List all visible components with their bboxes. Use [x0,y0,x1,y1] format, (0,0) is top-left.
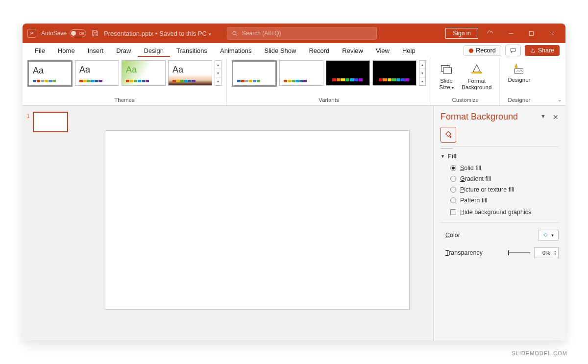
variants-group: ▴▾▾ Variants [227,58,431,105]
paint-bucket-icon [542,232,549,239]
designer-button[interactable]: Designer [505,60,533,84]
variant-3[interactable] [326,60,370,86]
autosave-label: AutoSave [41,30,67,37]
share-icon [530,48,536,53]
variant-1[interactable] [232,60,277,87]
app-icon: P [27,29,36,38]
color-picker-button[interactable]: ▼ [538,230,559,241]
comment-icon [510,47,516,54]
themes-more[interactable]: ▴▾▾ [215,60,221,86]
ribbon: Aa Aa Aa Aa ▴▾▾ Themes ▴▾▾ Variants [23,58,565,106]
transparency-slider[interactable] [508,252,530,253]
search-placeholder: Search (Alt+Q) [242,30,281,37]
comments-button[interactable] [505,45,521,56]
radio-picture-fill[interactable]: Picture or texture fill [450,186,559,193]
tab-view[interactable]: View [369,44,396,57]
format-background-icon [469,62,484,76]
theme-2[interactable]: Aa [75,60,119,86]
designer-icon [512,62,526,75]
workspace: 1 Format Background ▼ ✕ ▼Fill [23,106,565,340]
app-window: P AutoSave Off Presentation.pptx • Saved… [23,24,565,340]
format-background-pane: Format Background ▼ ✕ ▼Fill Solid fill G… [433,106,565,340]
pane-tab-underline [441,146,559,147]
search-input[interactable]: Search (Alt+Q) [227,27,377,40]
format-background-button[interactable]: FormatBackground [459,60,494,92]
svg-point-0 [233,31,236,34]
collapse-ribbon-icon[interactable]: ⌄ [558,97,562,102]
autosave-toggle[interactable]: AutoSave Off [41,29,86,37]
transparency-row: Transparency 0% ▲▼ [441,247,559,258]
record-button[interactable]: Record [464,45,501,56]
slide-size-button[interactable]: SlideSize ▾ [436,60,457,92]
slide-thumbnail[interactable] [33,112,68,132]
variant-2[interactable] [279,60,323,86]
svg-rect-4 [471,72,482,73]
tab-file[interactable]: File [28,44,51,57]
slide[interactable] [105,130,410,310]
tab-home[interactable]: Home [51,44,81,57]
chevron-down-icon: ▼ [551,233,555,238]
radio-gradient-fill[interactable]: Gradient fill [450,175,559,182]
themes-group-label: Themes [27,96,221,105]
tab-insert[interactable]: Insert [81,44,110,57]
theme-4[interactable]: Aa [168,60,212,86]
radio-icon [450,176,456,182]
pane-options-icon[interactable]: ▼ [540,113,546,121]
theme-office[interactable]: Aa [27,60,73,87]
divider [441,222,559,223]
slide-canvas-area [81,106,433,340]
save-icon[interactable] [91,29,99,37]
variants-group-label: Variants [232,96,426,105]
tab-transitions[interactable]: Transitions [170,44,214,57]
checkbox-hide-bg[interactable]: Hide background graphics [441,209,559,216]
account-icon[interactable] [481,26,499,40]
minimize-icon[interactable] [502,26,519,40]
sign-in-button[interactable]: Sign in [445,28,478,39]
record-dot-icon [469,49,473,53]
checkbox-icon [450,209,456,215]
transparency-input[interactable]: 0% ▲▼ [534,247,559,258]
tab-design[interactable]: Design [138,44,170,57]
file-name[interactable]: Presentation.pptx • Saved to this PC▾ [104,30,211,37]
ribbon-tabs: File Home Insert Draw Design Transitions… [23,43,565,58]
chevron-down-icon: ▼ [441,154,445,159]
slide-size-icon [439,62,454,76]
chevron-down-icon: ▾ [209,32,211,37]
title-bar: P AutoSave Off Presentation.pptx • Saved… [23,24,565,43]
radio-pattern-fill[interactable]: Pattern fill [450,197,559,204]
customize-group: SlideSize ▾ FormatBackground Customize [431,58,500,105]
color-row: Color ▼ [441,230,559,241]
share-button[interactable]: Share [525,45,560,56]
spinner-icon[interactable]: ▲▼ [554,250,557,256]
tab-record[interactable]: Record [302,44,336,57]
themes-group: Aa Aa Aa Aa ▴▾▾ Themes [23,58,227,105]
fill-tab-icon[interactable] [441,127,456,143]
pane-close-icon[interactable]: ✕ [553,113,559,121]
svg-rect-3 [443,68,452,73]
slide-thumbnails-panel: 1 [23,106,81,340]
radio-solid-fill[interactable]: Solid fill [450,165,559,171]
radio-icon [450,165,456,171]
search-icon [232,30,238,37]
customize-group-label: Customize [436,96,494,105]
designer-group: Designer Designer [500,58,538,105]
variant-4[interactable] [372,60,416,86]
radio-icon [450,187,456,193]
close-icon[interactable] [543,26,561,40]
tab-animations[interactable]: Animations [214,44,258,57]
pane-title: Format Background [441,112,518,122]
tab-slideshow[interactable]: Slide Show [258,44,302,57]
watermark: SLIDEMODEL.COM [512,350,567,356]
maximize-icon[interactable] [522,26,540,40]
tab-review[interactable]: Review [336,44,369,57]
tab-draw[interactable]: Draw [110,44,137,57]
slide-number: 1 [26,112,30,132]
toggle-switch-icon[interactable]: Off [70,29,86,37]
fill-section-header[interactable]: ▼Fill [441,153,559,160]
tab-help[interactable]: Help [396,44,422,57]
variants-more[interactable]: ▴▾▾ [419,60,426,86]
radio-icon [450,197,456,203]
theme-3[interactable]: Aa [122,60,166,86]
designer-group-label: Designer [505,96,533,105]
svg-rect-1 [529,31,533,35]
